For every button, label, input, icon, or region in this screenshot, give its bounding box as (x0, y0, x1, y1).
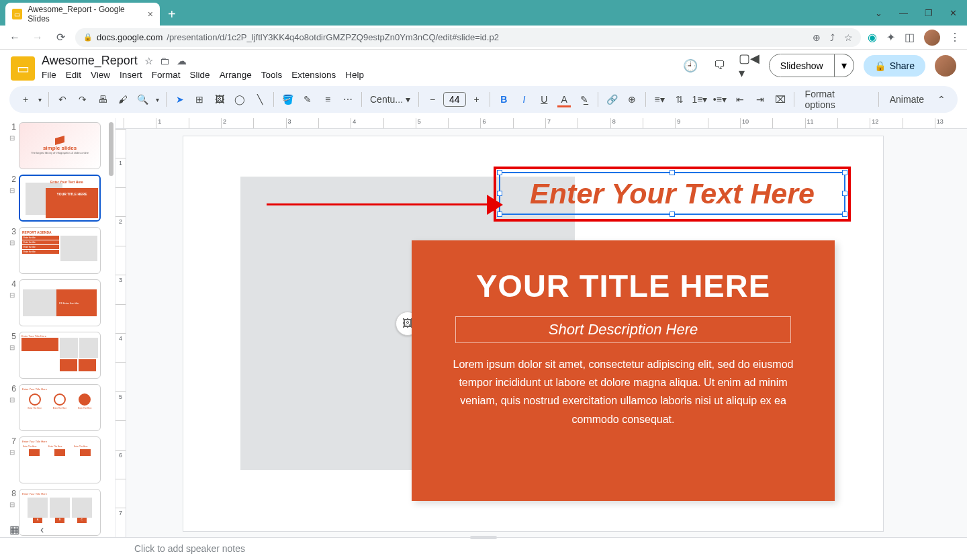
new-slide-button[interactable]: + (16, 90, 35, 109)
slide-title[interactable]: YOUR TITLE HERE (445, 267, 801, 304)
fill-color-icon[interactable]: 🪣 (278, 90, 297, 109)
border-color-icon[interactable]: ✎ (298, 90, 317, 109)
move-icon[interactable]: 🗀 (160, 55, 170, 67)
share-url-icon[interactable]: ⤴ (830, 32, 835, 43)
slide-thumbnail-1[interactable]: simple slides The largest library of inf… (19, 122, 101, 169)
history-icon[interactable]: 🕘 (680, 56, 700, 76)
insert-link-icon[interactable]: 🔗 (602, 90, 621, 109)
undo-icon[interactable]: ↶ (53, 90, 72, 109)
horizontal-ruler[interactable]: 12345678910111213 (116, 118, 967, 129)
slide-thumbnail-2[interactable]: Enter Your Text Here YOUR TITLE HERE (19, 175, 101, 222)
browser-tab[interactable]: ▭ Awesome_Report - Google Slides × (5, 3, 160, 26)
slide-filmstrip[interactable]: 1⊟ simple slides The largest library of … (0, 118, 116, 537)
menu-tools[interactable]: Tools (261, 70, 283, 80)
chevron-down-icon[interactable]: ⌄ (875, 8, 882, 18)
comments-icon[interactable]: 🗨 (710, 56, 730, 76)
minimize-icon[interactable]: — (899, 8, 908, 18)
select-tool-icon[interactable]: ➤ (171, 90, 189, 109)
slide-thumbnail-5[interactable]: Enter Your Title Here (19, 332, 101, 379)
profile-avatar[interactable] (924, 30, 940, 46)
back-icon[interactable]: ← (7, 32, 23, 44)
menu-format[interactable]: Format (152, 70, 181, 80)
menu-extensions[interactable]: Extensions (291, 70, 336, 80)
font-size-increase[interactable]: + (467, 90, 486, 109)
selected-textbox[interactable]: Enter Your Text Here (499, 172, 845, 215)
toolbar-expand-icon[interactable]: ⌃ (932, 90, 951, 109)
bookmark-icon[interactable]: ☆ (844, 32, 853, 43)
italic-button[interactable]: I (514, 90, 533, 109)
side-panel-icon[interactable]: ◫ (905, 31, 915, 44)
numbered-list-icon[interactable]: 1≡▾ (690, 90, 709, 109)
indent-decrease-icon[interactable]: ⇤ (731, 90, 749, 109)
zoom-icon[interactable]: 🔍 (134, 90, 152, 109)
vertical-ruler[interactable]: 1234567 (116, 129, 126, 537)
slide-subtitle[interactable]: Short Description Here (455, 316, 791, 343)
resize-handle[interactable] (497, 170, 502, 175)
url-bar[interactable]: 🔒 docs.google.com/presentation/d/1c2P_lj… (75, 28, 861, 47)
kebab-menu-icon[interactable]: ⋮ (950, 31, 960, 44)
animate-button[interactable]: Animate (883, 94, 931, 105)
speaker-notes-resize-handle[interactable] (470, 536, 497, 539)
extension-icon[interactable]: ◉ (868, 31, 877, 44)
scrollbar[interactable] (109, 122, 113, 176)
account-avatar[interactable] (935, 55, 956, 77)
textbox-icon[interactable]: ⊞ (191, 90, 210, 109)
forward-icon[interactable]: → (30, 32, 46, 44)
redo-icon[interactable]: ↷ (73, 90, 92, 109)
menu-help[interactable]: Help (345, 70, 364, 80)
align-icon[interactable]: ≡▾ (650, 90, 669, 109)
underline-button[interactable]: U (535, 90, 553, 109)
doc-title[interactable]: Awesome_Report (42, 54, 138, 68)
slide-canvas[interactable]: 🖼 YOUR TITLE HERE Short Description Here… (183, 136, 884, 532)
indent-increase-icon[interactable]: ⇥ (751, 90, 770, 109)
line-icon[interactable]: ╲ (250, 90, 269, 109)
slide-thumbnail-3[interactable]: REPORT AGENDA Enter the title Enter the … (19, 227, 101, 274)
bulleted-list-icon[interactable]: •≡▾ (710, 90, 729, 109)
menu-slide[interactable]: Slide (190, 70, 210, 80)
menu-file[interactable]: File (42, 70, 56, 80)
share-button[interactable]: 🔒 Share (864, 55, 925, 77)
resize-handle[interactable] (842, 170, 847, 175)
clear-formatting-icon[interactable]: ⌧ (771, 90, 790, 109)
border-dash-icon[interactable]: ⋯ (338, 90, 357, 109)
resize-handle[interactable] (670, 212, 675, 217)
font-size-input[interactable]: 44 (443, 92, 466, 107)
menu-edit[interactable]: Edit (66, 70, 81, 80)
new-slide-dropdown[interactable]: ▾ (36, 90, 44, 109)
meet-icon[interactable]: ▢◀ ▾ (739, 56, 759, 76)
maximize-icon[interactable]: ❐ (925, 8, 933, 18)
font-size-decrease[interactable]: − (423, 90, 442, 109)
border-weight-icon[interactable]: ≡ (318, 90, 337, 109)
content-box[interactable]: YOUR TITLE HERE Short Description Here L… (412, 240, 835, 501)
slides-logo[interactable]: ▭ (11, 56, 35, 81)
speaker-notes[interactable]: Click to add speaker notes (0, 537, 967, 559)
paint-format-icon[interactable]: 🖌 (113, 90, 132, 109)
format-options-button[interactable]: Format options (798, 89, 874, 110)
slideshow-dropdown[interactable]: ▾ (835, 54, 854, 77)
shape-icon[interactable]: ◯ (230, 90, 249, 109)
print-icon[interactable]: 🖶 (93, 90, 112, 109)
font-select[interactable]: Centu... ▾ (366, 94, 414, 105)
resize-handle[interactable] (842, 212, 847, 217)
cloud-status-icon[interactable]: ☁ (177, 55, 187, 67)
menu-insert[interactable]: Insert (120, 70, 142, 80)
resize-handle[interactable] (842, 191, 847, 196)
menu-arrange[interactable]: Arrange (220, 70, 252, 80)
slide-thumbnail-4[interactable]: 01 Enter the title (19, 279, 101, 326)
add-comment-icon[interactable]: ⊕ (623, 90, 641, 109)
slide-thumbnail-7[interactable]: Enter Your Title Here Enter The HereEnte… (19, 436, 101, 483)
grid-view-icon[interactable]: ▦ (9, 523, 19, 536)
slideshow-button[interactable]: Slideshow (769, 54, 835, 77)
canvas-area[interactable]: 12345678910111213 1234567 🖼 YOUR TITLE H… (116, 118, 967, 537)
slide-thumbnail-8[interactable]: Enter Your Title Here ABC (19, 489, 101, 536)
resize-handle[interactable] (670, 170, 675, 175)
slide-thumbnail-6[interactable]: Enter Your Title Here Enter The HereEnte… (19, 384, 101, 431)
zoom-dropdown[interactable]: ▾ (154, 90, 162, 109)
image-icon[interactable]: 🖼 (210, 90, 229, 109)
highlight-color-button[interactable]: ✎̲ (575, 90, 594, 109)
collapse-filmstrip-icon[interactable]: ‹ (40, 524, 44, 536)
speaker-notes-placeholder[interactable]: Click to add speaker notes (134, 543, 245, 554)
text-color-button[interactable]: A (555, 90, 573, 109)
textbox-text[interactable]: Enter Your Text Here (530, 177, 815, 210)
line-spacing-icon[interactable]: ⇅ (670, 90, 689, 109)
